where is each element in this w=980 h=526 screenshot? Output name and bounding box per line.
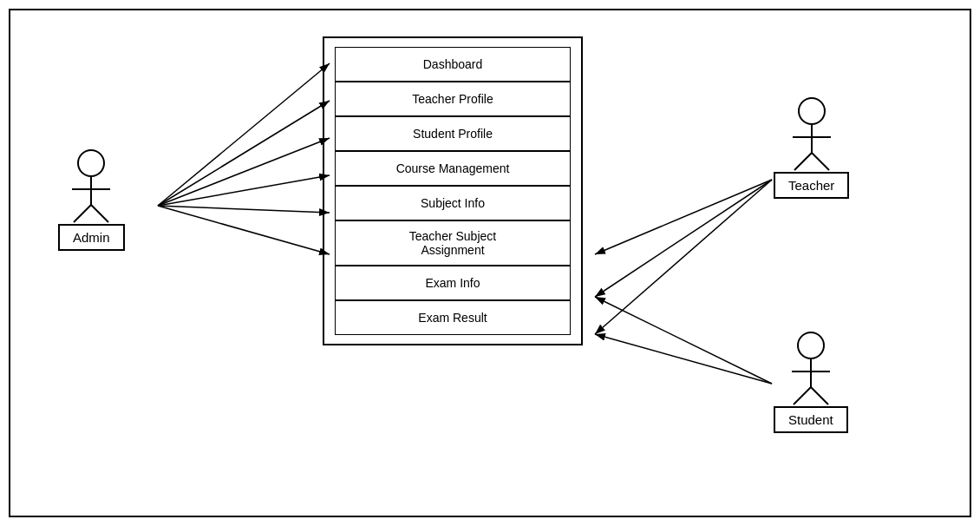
admin-head [77, 149, 105, 177]
admin-body [65, 177, 117, 220]
svg-line-3 [91, 205, 108, 222]
teacher-body [786, 125, 838, 168]
usecase-container: Dashboard Teacher Profile Student Profil… [323, 36, 583, 345]
svg-line-18 [158, 206, 330, 254]
student-body [785, 359, 837, 403]
svg-line-16 [158, 175, 330, 206]
svg-line-6 [794, 153, 812, 170]
student-head [797, 332, 825, 359]
student-label: Student [774, 406, 848, 433]
usecase-subject-info: Subject Info [335, 186, 571, 220]
student-actor: Student [774, 332, 848, 433]
svg-line-19 [595, 180, 772, 254]
svg-line-20 [595, 180, 772, 297]
svg-line-7 [812, 153, 829, 170]
teacher-label: Teacher [774, 172, 849, 199]
usecase-exam-info: Exam Info [335, 266, 571, 300]
svg-line-11 [811, 387, 828, 404]
svg-line-13 [158, 63, 330, 206]
teacher-head [798, 97, 826, 125]
admin-actor: Admin [58, 149, 125, 251]
usecase-student-profile: Student Profile [335, 116, 571, 151]
svg-line-23 [595, 334, 772, 384]
usecase-exam-result: Exam Result [335, 300, 571, 335]
usecase-teacher-profile: Teacher Profile [335, 82, 571, 116]
svg-line-15 [158, 138, 330, 206]
svg-line-14 [158, 101, 330, 206]
usecase-teacher-subject-assignment: Teacher SubjectAssignment [335, 220, 571, 266]
teacher-actor: Teacher [774, 97, 849, 199]
outer-border: Admin Teacher Student Dashbo [9, 9, 971, 517]
svg-line-21 [595, 180, 772, 334]
admin-label: Admin [58, 224, 125, 251]
svg-line-2 [74, 205, 91, 222]
usecase-course-management: Course Management [335, 151, 571, 186]
svg-line-10 [794, 387, 811, 404]
svg-line-17 [158, 206, 330, 213]
svg-line-22 [595, 297, 772, 384]
usecase-dashboard: Dashboard [335, 47, 571, 82]
